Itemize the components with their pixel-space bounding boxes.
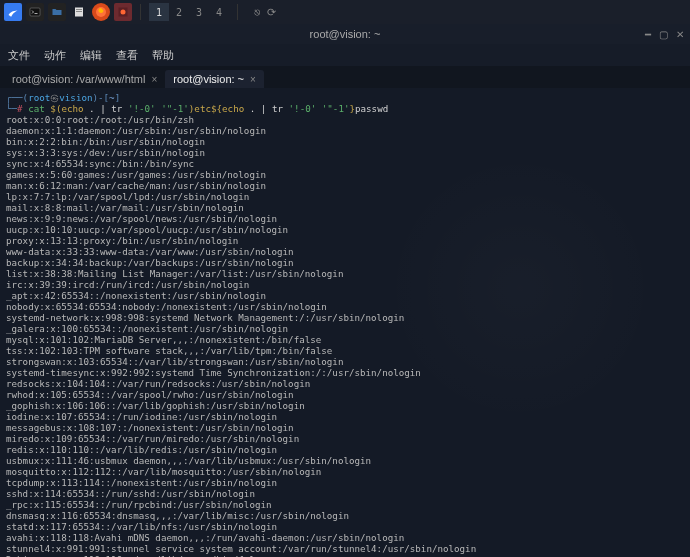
svg-rect-2 [76, 9, 82, 10]
text-editor-icon[interactable] [70, 3, 88, 21]
close-icon[interactable]: × [250, 74, 256, 85]
window-titlebar: root@vision: ~ ━ ▢ ✕ [0, 24, 690, 44]
svg-rect-0 [30, 8, 40, 16]
menu-bar: 文件 动作 编辑 查看 帮助 [0, 44, 690, 66]
minimize-button[interactable]: ━ [645, 29, 651, 40]
cmd-token: '!-0' [289, 103, 317, 114]
firefox-icon[interactable] [92, 3, 110, 21]
maximize-button[interactable]: ▢ [659, 29, 668, 40]
kali-menu-icon[interactable] [4, 3, 22, 21]
cmd-token: . [89, 103, 95, 114]
close-button[interactable]: ✕ [676, 29, 684, 40]
taskbar-separator [140, 4, 141, 20]
prompt-decoration: )-[ [92, 92, 109, 103]
cmd-token: echo [61, 103, 83, 114]
tab-label: root@vision: ~ [173, 73, 244, 85]
prompt-decoration: ] [115, 92, 121, 103]
tray-icon-1[interactable]: ⎋ [254, 6, 261, 19]
burp-icon[interactable] [114, 3, 132, 21]
terminal-tab-1[interactable]: root@vision: ~ × [165, 70, 264, 88]
menu-view[interactable]: 查看 [116, 48, 138, 63]
prompt-decoration: ┌──( [6, 92, 28, 103]
workspace-1[interactable]: 1 [149, 3, 169, 21]
cmd-token: passwd [355, 103, 388, 114]
taskbar-separator [237, 4, 238, 20]
workspace-4[interactable]: 4 [209, 3, 229, 21]
prompt-at: ㉿ [50, 92, 59, 103]
menu-file[interactable]: 文件 [8, 48, 30, 63]
svg-rect-3 [76, 11, 82, 12]
terminal-launcher-icon[interactable] [26, 3, 44, 21]
workspace-3[interactable]: 3 [189, 3, 209, 21]
file-manager-icon[interactable] [48, 3, 66, 21]
cmd-token: '!-0' [128, 103, 156, 114]
menu-actions[interactable]: 动作 [44, 48, 66, 63]
cmd-token: | [261, 103, 267, 114]
menu-help[interactable]: 帮助 [152, 48, 174, 63]
cmd-token: . [250, 103, 256, 114]
cmd-token: echo [222, 103, 244, 114]
taskbar: 1 2 3 4 ⎋ ⟳ [0, 0, 690, 24]
cmd-token: '"-1' [161, 103, 189, 114]
prompt-host: vision [59, 92, 92, 103]
workspace-switcher[interactable]: 1 2 3 4 [149, 3, 229, 21]
menu-edit[interactable]: 编辑 [80, 48, 102, 63]
prompt-hash: # [17, 103, 23, 114]
cmd-token: tr [111, 103, 122, 114]
terminal-tab-0[interactable]: root@vision: /var/www/html × [4, 70, 165, 88]
cmd-token: '"-1' [322, 103, 350, 114]
tray-icon-2[interactable]: ⟳ [267, 6, 276, 19]
prompt-decoration: └─ [6, 103, 17, 114]
terminal-tabbar: root@vision: /var/www/html × root@vision… [0, 66, 690, 88]
terminal-output[interactable]: ┌──(root㉿vision)-[~] └─# cat $(echo . | … [0, 88, 690, 557]
window-title: root@vision: ~ [310, 28, 381, 40]
cmd-token: | [100, 103, 106, 114]
close-icon[interactable]: × [151, 74, 157, 85]
workspace-2[interactable]: 2 [169, 3, 189, 21]
cmd-token: etc [194, 103, 211, 114]
tab-label: root@vision: /var/www/html [12, 73, 145, 85]
prompt-user: root [28, 92, 50, 103]
cmd-token: tr [272, 103, 283, 114]
cmd-cat: cat [28, 103, 45, 114]
svg-point-6 [121, 10, 126, 15]
system-tray: ⎋ ⟳ [254, 6, 276, 19]
